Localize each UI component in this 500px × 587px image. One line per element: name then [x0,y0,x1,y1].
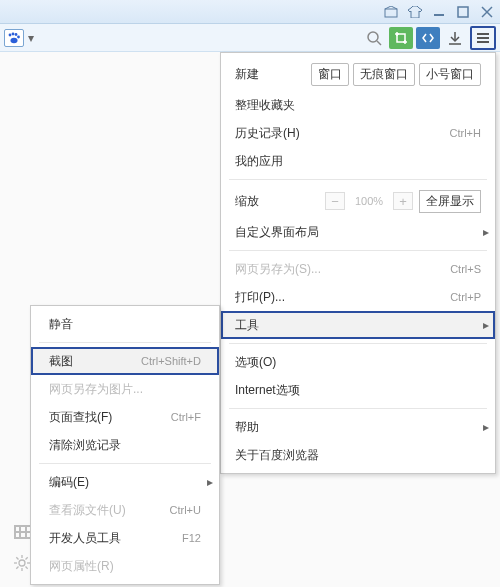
svg-point-10 [368,32,378,42]
menu-separator [229,179,487,180]
submenu-item-screenshot[interactable]: 截图Ctrl+Shift+D [31,347,219,375]
menu-item-favorites[interactable]: 整理收藏夹 [221,91,495,119]
menu-label: 新建 [235,66,311,83]
gear-icon[interactable] [14,555,30,571]
menu-separator [229,343,487,344]
baidu-paw-icon[interactable] [4,29,24,47]
svg-line-29 [16,567,18,569]
svg-point-6 [12,32,15,35]
svg-point-8 [17,35,20,38]
fullscreen-button[interactable]: 全屏显示 [419,190,481,213]
zoom-out-button[interactable]: − [325,192,345,210]
submenu-item-save-img[interactable]: 网页另存为图片... [31,375,219,403]
new-window-button[interactable]: 窗口 [311,63,349,86]
menu-item-apps[interactable]: 我的应用 [221,147,495,175]
submenu-arrow-icon: ▸ [483,318,489,332]
svg-line-11 [377,41,381,45]
tools-submenu: 静音 截图Ctrl+Shift+D 网页另存为图片... 页面查找(F)Ctrl… [30,305,220,585]
svg-rect-12 [397,34,405,42]
menu-separator [39,463,211,464]
paw-dropdown-arrow-icon[interactable]: ▾ [26,31,36,45]
menu-item-options[interactable]: 选项(O) [221,348,495,376]
svg-rect-0 [385,9,397,17]
menu-item-help[interactable]: 帮助▸ [221,413,495,441]
svg-point-5 [9,33,12,36]
submenu-arrow-icon: ▸ [483,225,489,239]
submenu-item-mute[interactable]: 静音 [31,310,219,338]
menu-item-new[interactable]: 新建 窗口 无痕窗口 小号窗口 [221,57,495,91]
zoom-value: 100% [347,195,391,207]
menu-item-zoom: 缩放 − 100% + 全屏显示 [221,184,495,218]
code-icon[interactable] [416,27,440,49]
submenu-item-view-source[interactable]: 查看源文件(U)Ctrl+U [31,496,219,524]
svg-rect-2 [458,7,468,17]
submenu-item-encoding[interactable]: 编码(E)▸ [31,468,219,496]
submenu-item-clear[interactable]: 清除浏览记录 [31,431,219,459]
menu-item-saveas[interactable]: 网页另存为(S)...Ctrl+S [221,255,495,283]
shirt-icon[interactable] [406,4,424,20]
menu-separator [39,342,211,343]
box-icon[interactable] [382,4,400,20]
menu-item-layout[interactable]: 自定义界面布局▸ [221,218,495,246]
svg-point-22 [19,560,25,566]
main-menu: 新建 窗口 无痕窗口 小号窗口 整理收藏夹 历史记录(H)Ctrl+H 我的应用… [220,52,496,474]
svg-line-30 [26,557,28,559]
submenu-item-find[interactable]: 页面查找(F)Ctrl+F [31,403,219,431]
svg-line-28 [26,567,28,569]
close-icon[interactable] [478,4,496,20]
submenu-item-devtools[interactable]: 开发人员工具F12 [31,524,219,552]
menu-item-inetopt[interactable]: Internet选项 [221,376,495,404]
submenu-arrow-icon: ▸ [207,475,213,489]
hamburger-menu-icon[interactable] [470,26,496,50]
svg-point-9 [11,37,18,43]
zoom-in-button[interactable]: + [393,192,413,210]
crop-icon[interactable] [389,27,413,49]
menu-item-about[interactable]: 关于百度浏览器 [221,441,495,469]
menu-item-print[interactable]: 打印(P)...Ctrl+P [221,283,495,311]
download-icon[interactable] [443,27,467,49]
menu-separator [229,408,487,409]
maximize-icon[interactable] [454,4,472,20]
minimize-icon[interactable] [430,4,448,20]
menu-separator [229,250,487,251]
new-private-button[interactable]: 无痕窗口 [353,63,415,86]
menu-item-history[interactable]: 历史记录(H)Ctrl+H [221,119,495,147]
new-small-button[interactable]: 小号窗口 [419,63,481,86]
submenu-arrow-icon: ▸ [483,420,489,434]
submenu-item-page-props[interactable]: 网页属性(R) [31,552,219,580]
search-icon[interactable] [362,27,386,49]
svg-point-7 [15,33,18,36]
menu-item-tools[interactable]: 工具▸ [221,311,495,339]
svg-line-27 [16,557,18,559]
